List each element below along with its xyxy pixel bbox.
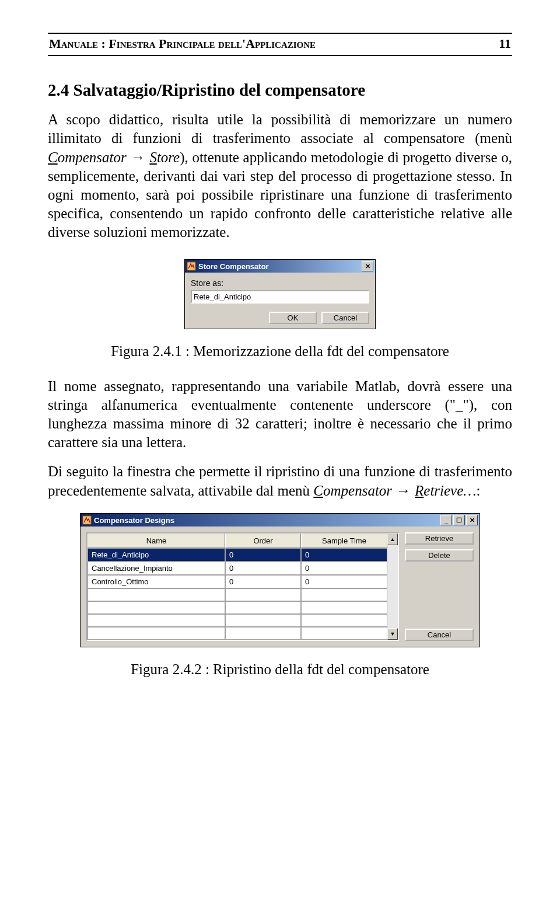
header-title: Manuale : Finestra Principale dell'Appli… <box>49 36 316 51</box>
table-row[interactable] <box>88 614 387 627</box>
compensator-designs-dialog: Compensator Designs _ ☐ ✕ Name Order Sam… <box>80 513 480 647</box>
col-name[interactable]: Name <box>88 534 225 548</box>
ok-button[interactable]: OK <box>269 312 317 324</box>
dialog2-title: Compensator Designs <box>94 516 439 525</box>
header-page-number: 11 <box>499 36 511 51</box>
store-as-label: Store as: <box>191 278 369 288</box>
store-as-input[interactable] <box>191 290 369 304</box>
close-icon[interactable]: ✕ <box>362 261 373 271</box>
app-icon <box>82 515 92 525</box>
figure-2-caption: Figura 2.4.2 : Ripristino della fdt del … <box>48 661 512 678</box>
page-header: Manuale : Finestra Principale dell'Appli… <box>48 36 512 53</box>
paragraph-1: A scopo didattico, risulta utile la poss… <box>48 110 512 242</box>
section-heading: 2.4 Salvataggio/Ripristino del compensat… <box>48 81 512 100</box>
table-row[interactable] <box>88 627 387 640</box>
col-order[interactable]: Order <box>225 534 301 548</box>
delete-button[interactable]: Delete <box>405 549 474 562</box>
designs-table[interactable]: Name Order Sample Time Rete_di_Anticipo … <box>86 532 399 641</box>
dialog-title: Store Compensator <box>198 262 360 271</box>
paragraph-3: Di seguito la finestra che permette il r… <box>48 462 512 500</box>
paragraph-2: Il nome assegnato, rappresentando una va… <box>48 377 512 452</box>
scroll-up-icon[interactable]: ▲ <box>387 534 398 545</box>
retrieve-button[interactable]: Retrieve <box>405 532 474 545</box>
table-row[interactable]: Rete_di_Anticipo 0 0 <box>88 548 387 562</box>
table-row[interactable]: Controllo_Ottimo 0 0 <box>88 575 387 588</box>
close-icon[interactable]: ✕ <box>466 515 478 525</box>
store-compensator-dialog: Store Compensator ✕ Store as: OK Cancel <box>184 259 376 329</box>
table-row[interactable]: Cancellazione_Impianto 0 0 <box>88 562 387 575</box>
table-row[interactable] <box>88 588 387 601</box>
dialog2-titlebar[interactable]: Compensator Designs _ ☐ ✕ <box>80 514 480 526</box>
cancel-button[interactable]: Cancel <box>321 312 369 324</box>
app-icon <box>187 261 196 271</box>
scroll-down-icon[interactable]: ▼ <box>387 628 398 640</box>
vertical-scrollbar[interactable]: ▲ ▼ <box>387 534 398 640</box>
minimize-icon[interactable]: _ <box>440 515 452 525</box>
dialog-titlebar[interactable]: Store Compensator ✕ <box>185 260 375 273</box>
cancel-button[interactable]: Cancel <box>405 629 474 641</box>
figure-1-caption: Figura 2.4.1 : Memorizzazione della fdt … <box>48 343 512 360</box>
col-sample-time[interactable]: Sample Time <box>301 534 387 548</box>
table-row[interactable] <box>88 601 387 614</box>
maximize-icon[interactable]: ☐ <box>453 515 465 525</box>
